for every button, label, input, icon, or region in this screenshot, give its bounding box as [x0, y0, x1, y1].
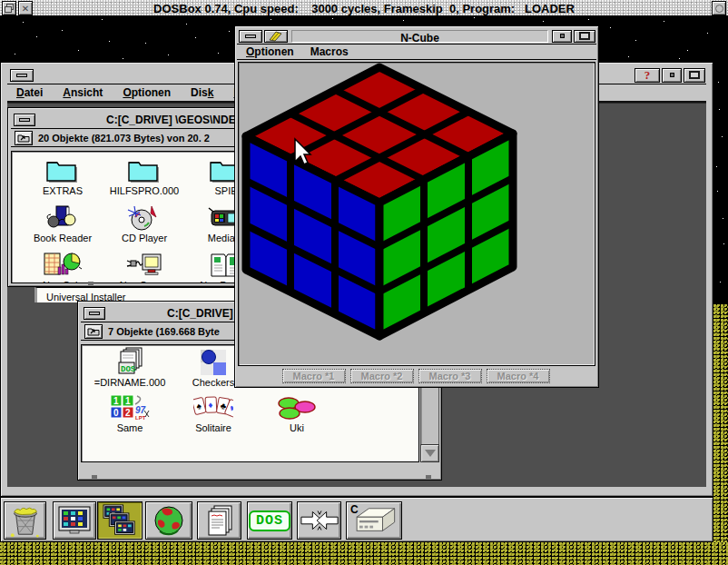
drive-letter-label: C: [350, 503, 359, 516]
dot-icon: [670, 73, 674, 77]
file-item-solitaire[interactable]: ♠ ♦ ♣ ♥ Solitaire: [172, 391, 254, 436]
minimize-button[interactable]: [239, 30, 262, 43]
status-text: 7 Objekte (169.668 Byte: [108, 326, 220, 337]
menu-disk[interactable]: Disk: [191, 86, 213, 99]
file-item-newcalc[interactable]: NewCalc: [24, 248, 102, 283]
status-text: 20 Objekte (821.073 Bytes) von 20. 2: [38, 133, 210, 144]
svg-text:0: 0: [113, 408, 119, 418]
express-lightning-icon: [268, 31, 284, 42]
minimize-button[interactable]: [84, 307, 105, 320]
checkers-icon: [200, 349, 227, 376]
file-item-newcomm[interactable]: NewComm: [105, 248, 183, 283]
express-menu-button[interactable]: [264, 30, 288, 43]
world-button[interactable]: [145, 501, 192, 540]
minimize-icon: [89, 312, 100, 315]
help-button[interactable]: ?: [635, 68, 660, 83]
window-title: C:[C_DRIVE] \G: [105, 307, 248, 320]
folder-up-button[interactable]: [84, 324, 103, 339]
svg-text:DOS: DOS: [121, 365, 136, 374]
svg-text:♦: ♦: [208, 400, 212, 410]
cd-player-icon: [126, 204, 162, 232]
newcomm-icon: [126, 252, 162, 279]
screen: ✕ DOSBox 0.74, Cpu speed: 3000 cycles, F…: [0, 0, 728, 565]
svg-text:97: 97: [135, 405, 146, 415]
menu-optionen[interactable]: Optionen: [123, 86, 171, 99]
help-icon: ?: [644, 68, 651, 83]
book-reader-icon: [45, 204, 80, 232]
documents-icon: [203, 504, 236, 537]
file-item-extras[interactable]: EXTRAS: [24, 154, 102, 199]
folder-up-icon: [87, 326, 100, 336]
folder-up-button[interactable]: [15, 131, 33, 145]
cascaded-screens-icon: [102, 504, 138, 537]
minimize-icon: [19, 118, 30, 122]
file-item-hilfspro[interactable]: HILFSPRO.000: [105, 154, 183, 199]
folder-up-icon: [17, 133, 30, 143]
dosbox-title: DOSBox 0.74, Cpu speed: 3000 cycles, Fra…: [0, 0, 728, 16]
cube-canvas[interactable]: [238, 62, 595, 366]
window-title: C:[C_DRIVE] \GEOS\NDE: [35, 114, 236, 126]
file-item-same[interactable]: 1 1 0 2 97 LPT Same: [89, 391, 171, 436]
solitaire-icon: ♠ ♦ ♣ ♥: [193, 394, 233, 421]
svg-text:1: 1: [113, 396, 119, 406]
drive-c-button[interactable]: C: [346, 501, 402, 540]
dos-file-icon: DOS: [114, 347, 145, 376]
ncube-menubar: Optionen Macros: [237, 45, 596, 60]
macro-2-button[interactable]: Macro *2: [350, 369, 414, 383]
maximize-button[interactable]: [684, 68, 705, 83]
desktop-nebula-bottom: [0, 542, 728, 565]
svg-text:1: 1: [125, 396, 131, 406]
macro-4-button[interactable]: Macro *4: [487, 369, 550, 383]
express-dot-button[interactable]: [662, 68, 682, 83]
minimize-icon: [245, 35, 256, 38]
express-dot-button[interactable]: [552, 30, 572, 43]
svg-text:2: 2: [125, 408, 131, 418]
menu-macros[interactable]: Macros: [310, 45, 349, 58]
file-item-cd-player[interactable]: CD Player: [105, 201, 183, 246]
resize-notch[interactable]: [92, 475, 97, 479]
trash-icon: [8, 503, 43, 538]
rubiks-cube: [239, 63, 596, 367]
maximize-button[interactable]: [574, 30, 595, 43]
connect-arrows-icon: [300, 509, 339, 532]
scroll-down-button[interactable]: [420, 444, 439, 462]
dot-icon: [560, 34, 565, 38]
folder-icon: [126, 157, 162, 184]
dos-prompt-button[interactable]: DOS: [247, 501, 292, 540]
newcalc-icon: [44, 252, 82, 279]
documents-button[interactable]: [197, 501, 241, 540]
maximize-icon: [689, 71, 700, 79]
minimize-button[interactable]: [10, 69, 34, 82]
circle-icon: [715, 5, 723, 13]
macro-3-button[interactable]: Macro *3: [418, 369, 482, 383]
file-item-book-reader[interactable]: Book Reader: [24, 201, 102, 246]
macro-1-button[interactable]: Macro *1: [282, 369, 346, 383]
resize-notch[interactable]: [88, 282, 93, 285]
connect-button[interactable]: [297, 501, 341, 540]
taskbar: DOS C: [0, 497, 713, 542]
ncube-titlebar[interactable]: N-Cube: [237, 28, 596, 45]
menu-ansicht[interactable]: Ansicht: [63, 86, 103, 99]
dosbox-titlebar: ✕ DOSBox 0.74, Cpu speed: 3000 cycles, F…: [0, 0, 728, 16]
dos-icon: DOS: [249, 510, 290, 531]
arrow-down-icon: [425, 450, 436, 457]
svg-text:LPT: LPT: [135, 415, 146, 421]
menu-datei[interactable]: Datei: [16, 86, 43, 99]
trash-button[interactable]: [4, 501, 46, 540]
file-item-dirname[interactable]: DOS =DIRNAME.000: [89, 345, 171, 391]
macro-button-row: Macro *1 Macro *2 Macro *3 Macro *4: [235, 369, 596, 383]
desktop-view-button[interactable]: [53, 501, 96, 540]
title-field: N-Cube: [291, 30, 548, 43]
globe-icon: [152, 504, 185, 537]
minimize-icon: [16, 74, 27, 77]
resize-notch[interactable]: [426, 475, 431, 479]
ncube-window: N-Cube Optionen Macros: [234, 25, 599, 388]
same-icon: 1 1 0 2 97 LPT: [110, 394, 150, 421]
file-item-uki[interactable]: Uki: [256, 391, 338, 436]
desktop-screen-icon: [56, 505, 93, 536]
window-list-button[interactable]: [97, 501, 143, 540]
wm-menu-button[interactable]: [712, 1, 726, 15]
minimize-button[interactable]: [14, 114, 35, 126]
menu-optionen[interactable]: Optionen: [246, 45, 294, 58]
folder-icon: [44, 157, 81, 184]
